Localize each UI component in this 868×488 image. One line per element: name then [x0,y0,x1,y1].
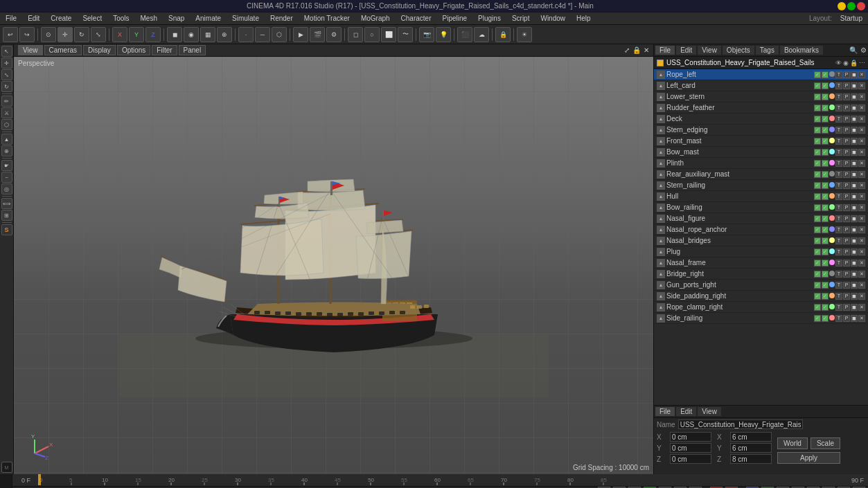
obj-tag1[interactable]: T [835,171,842,178]
obj-visible-check[interactable]: ✓ [814,127,821,134]
obj-render-check[interactable]: ✓ [822,226,829,233]
object-list-item[interactable]: ▲ Nasal_rope_anchor ✓ ✓ T P ◼ ✕ [654,224,868,235]
obj-visible-check[interactable]: ✓ [814,237,821,244]
obj-tag2[interactable]: P [843,271,850,278]
mirror-btn[interactable]: ⟺ [1,198,12,209]
sculpt-smooth-btn[interactable]: ~ [1,172,12,183]
search-icon[interactable]: 🔍 [849,46,858,54]
obj-render-check[interactable]: ✓ [822,171,829,178]
sculpt-grab-btn[interactable]: ☛ [1,160,12,171]
obj-visible-check[interactable]: ✓ [814,204,821,211]
minimize-btn[interactable] [838,2,846,10]
obj-tag2[interactable]: P [843,237,850,244]
obj-tag3[interactable]: ◼ [851,293,858,300]
obj-render-check[interactable]: ✓ [822,293,829,300]
size-z-input[interactable] [730,454,772,464]
sphere-btn[interactable]: ○ [364,27,380,42]
floor-btn[interactable]: ⬛ [457,27,472,42]
obj-visible-check[interactable]: ✓ [814,182,821,189]
obj-tag4[interactable]: ✕ [858,215,865,222]
world-btn[interactable]: World [777,437,808,449]
obj-tag3[interactable]: ◼ [851,193,858,200]
obj-visible-check[interactable]: ✓ [814,160,821,167]
redo-btn[interactable]: ↪ [19,27,35,42]
obj-tag4[interactable]: ✕ [858,226,865,233]
obj-tag3[interactable]: ◼ [851,116,858,123]
size-y-input[interactable] [730,443,772,453]
obj-tag1[interactable]: T [835,93,842,100]
obj-render-check[interactable]: ✓ [822,105,829,111]
obj-render-check[interactable]: ✓ [822,71,829,78]
texture-mode-btn[interactable]: ▦ [200,27,215,42]
obj-tag1[interactable]: T [835,138,842,145]
obj-visible-check[interactable]: ✓ [814,215,821,222]
object-list-item[interactable]: ▲ Nasal_frame ✓ ✓ T P ◼ ✕ [654,257,868,269]
obj-tag3[interactable]: ◼ [851,127,858,134]
obj-tag3[interactable]: ◼ [851,248,858,255]
obj-tag2[interactable]: P [843,160,850,167]
cylinder-btn[interactable]: ⬜ [381,27,396,42]
obj-tag1[interactable]: T [835,204,842,211]
obj-tag3[interactable]: ◼ [851,304,858,311]
pos-y-input[interactable] [670,443,711,453]
knife-btn[interactable]: ⚔ [1,107,12,118]
poly-mode-btn[interactable]: ⬡ [272,27,287,42]
object-list-item[interactable]: ▲ Rudder_feather ✓ ✓ T P ◼ ✕ [654,102,868,114]
obj-tag4[interactable]: ✕ [858,237,865,244]
obj-tag1[interactable]: T [835,193,842,200]
menu-window[interactable]: Window [538,14,568,23]
viewport-close-icon[interactable]: ✕ [644,46,649,54]
obj-tag4[interactable]: ✕ [858,204,865,211]
object-list[interactable]: ▲ Rope_left ✓ ✓ T P ◼ ✕ ▲ Left_card ✓ ✓ … [654,69,868,405]
obj-render-check[interactable]: ✓ [822,260,829,266]
axis-mode-btn[interactable]: ⊕ [217,27,232,42]
obj-tag1[interactable]: T [835,149,842,156]
obj-tag1[interactable]: T [835,127,842,134]
menu-create[interactable]: Create [48,14,74,23]
obj-tag1[interactable]: T [835,248,842,255]
vp-tab-options[interactable]: Options [117,45,150,55]
obj-tag1[interactable]: T [835,260,842,266]
viewport-resize-icon[interactable]: ⤢ [624,46,630,54]
obj-tag2[interactable]: P [843,248,850,255]
obj-tag1[interactable]: T [835,304,842,311]
obj-tag2[interactable]: P [843,293,850,300]
edge-mode-btn[interactable]: ─ [255,27,270,42]
vp-tab-cameras[interactable]: Cameras [44,45,82,55]
apply-btn[interactable]: Apply [777,452,840,464]
obj-tag2[interactable]: P [843,204,850,211]
vp-tab-display[interactable]: Display [83,45,116,55]
object-list-item[interactable]: ▲ Stern_railing ✓ ✓ T P ◼ ✕ [654,180,868,191]
menu-edit[interactable]: Edit [25,14,42,23]
pos-z-input[interactable] [670,454,711,464]
menu-mograph[interactable]: MoGraph [358,14,393,23]
object-list-item[interactable]: ▲ Side_padding_right ✓ ✓ T P ◼ ✕ [654,291,868,302]
iron-btn[interactable]: ▲ [1,134,12,145]
obj-tag4[interactable]: ✕ [858,171,865,178]
object-list-item[interactable]: ▲ Bridge_right ✓ ✓ T P ◼ ✕ [654,269,868,280]
rp-tab-edit[interactable]: Edit [676,46,696,55]
live-selection-btn[interactable]: ⊙ [41,27,56,42]
menu-help[interactable]: Help [574,14,594,23]
obj-visible-check[interactable]: ✓ [814,260,821,266]
obj-tag1[interactable]: T [835,116,842,123]
light-btn[interactable]: 💡 [436,27,451,42]
obj-tag3[interactable]: ◼ [851,138,858,145]
obj-tag2[interactable]: P [843,149,850,156]
menu-render[interactable]: Render [267,14,296,23]
obj-tag1[interactable]: T [835,82,842,89]
obj-render-check[interactable]: ✓ [822,182,829,189]
obj-visible-check[interactable]: ✓ [814,282,821,289]
obj-tag1[interactable]: T [835,293,842,300]
undo-btn[interactable]: ↩ [3,27,18,42]
object-list-item[interactable]: ▲ Left_card ✓ ✓ T P ◼ ✕ [654,80,868,91]
menu-plugins[interactable]: Plugins [475,14,504,23]
object-list-item[interactable]: ▲ Bow_mast ✓ ✓ T P ◼ ✕ [654,147,868,158]
layout-value[interactable]: Startup [840,15,862,22]
obj-tag2[interactable]: P [843,260,850,266]
rp-tab-tags[interactable]: Tags [756,46,779,55]
object-list-item[interactable]: ▲ Lower_stern ✓ ✓ T P ◼ ✕ [654,91,868,102]
obj-tag3[interactable]: ◼ [851,71,858,78]
object-list-item[interactable]: ▲ Rope_clamp_right ✓ ✓ T P ◼ ✕ [654,302,868,313]
s-logo-btn[interactable]: S [1,224,12,235]
